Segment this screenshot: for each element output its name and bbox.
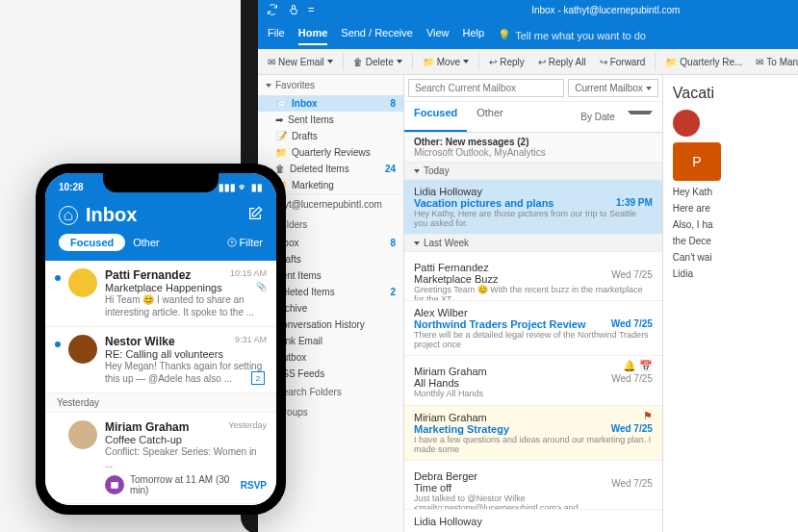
unread-dot-icon [55,275,61,281]
msg-preview: Greetings Team 😊 With the recent buzz in… [414,285,653,301]
search-input[interactable] [408,79,564,97]
phone-filter[interactable]: Filter [227,237,263,248]
mail-preview: Conflict: Speaker Series: Women in ... [105,445,267,470]
delete-button[interactable]: 🗑Delete [349,55,406,69]
reply-button[interactable]: ↩Reply [485,55,528,69]
phone-mail-item[interactable]: Allan DeyoungYesterday [45,504,276,505]
avatar [673,110,700,137]
phone-time: 10:28 [59,182,84,192]
sidebar-sent[interactable]: ➡Sent Items [258,112,403,128]
chevron-down-icon [414,169,420,173]
sidebar-deleted[interactable]: 🗑Deleted Items24 [258,161,403,177]
phone-mail-item[interactable]: Patti Fernandez10:15 AM Marketplace Happ… [45,261,276,327]
message-row[interactable]: Patti Fernandez Marketplace Buzz Greetin… [404,252,662,301]
menu-send-receive[interactable]: Send / Receive [341,25,413,45]
window-title: Inbox - kathyt@lucernepubintl.com [322,5,798,15]
sidebar-quarterly[interactable]: 📁Quarterly Reviews [258,144,403,161]
msg-preview: Hey Kathy, Here are those pictures from … [414,209,653,228]
menu-help[interactable]: Help [463,25,485,45]
rsvp-button[interactable]: RSVP [241,480,267,491]
compose-icon[interactable] [247,206,263,225]
msg-preview: Monthly All Hands [414,389,653,398]
other-new-messages[interactable]: Other: New messages (2) Microsoft Outloo… [404,133,662,163]
menu-file[interactable]: File [268,25,285,45]
favorites-header[interactable]: Favorites [258,75,403,95]
menu-home[interactable]: Home [298,25,328,45]
powerpoint-icon: P [692,154,701,169]
reading-from [673,110,798,137]
folder-icon: 📨 [275,98,287,109]
move-button[interactable]: 📁Move [419,55,473,69]
search-scope-dropdown[interactable]: Current Mailbox [568,79,658,97]
mail-from: Nestor Wilke [105,335,175,348]
phone-mail-item[interactable]: Nestor Wilke9:31 AM RE: Calling all volu… [45,327,276,393]
bulb-icon: 💡 [498,27,511,43]
forward-icon: ↪ [600,57,607,67]
phone-inbox-title: Inbox [86,204,240,226]
other-sub: Microsoft Outlook, MyAnalytics [414,147,546,158]
sidebar-drafts[interactable]: 📝Drafts [258,128,403,144]
msg-time: Wed 7/25 [611,269,653,280]
message-row[interactable]: Alex Wilber Northwind Traders Project Re… [404,301,662,356]
attachment-icon: 📎 [256,282,267,293]
ribbon: ✉New Email 🗑Delete 📁Move ↩Reply ↩Reply A… [258,49,798,75]
touch-icon[interactable] [287,3,300,16]
sync-icon[interactable] [266,3,279,16]
search-row: Current Mailbox [404,75,662,102]
tell-me-search[interactable]: 💡Tell me what you want to do [498,25,646,45]
group-today[interactable]: Today [404,163,662,180]
attachment-thumbnail[interactable]: P [673,142,721,181]
msg-from: Lidia Holloway [414,516,653,527]
reply-all-button[interactable]: ↩Reply All [534,55,590,69]
phone-message-list: Patti Fernandez10:15 AM Marketplace Happ… [45,261,276,505]
msg-time: Wed 7/25 [611,423,653,434]
mail-time: 10:15 AM [230,268,267,282]
chevron-down-icon [266,84,271,88]
battery-icon: ▮▮ [251,182,263,192]
chevron-down-icon [397,60,402,63]
message-row[interactable]: ⚑ Miriam Graham Marketing Strategy I hav… [404,406,662,461]
calendar-time: Tomorrow at 11 AM (30 min) [130,474,235,495]
phone-frame: 10:28 ▮▮▮ ᯤ ▮▮ Inbox Focused Other [36,164,286,515]
sidebar-inbox[interactable]: 📨Inbox8 [258,95,403,112]
phone-mail-item[interactable]: Miriam GrahamYesterday Coffee Catch-up C… [45,413,276,504]
calendar-icon [105,475,124,494]
calendar-icon: 📅 [639,360,653,372]
mail-icon: ✉ [268,57,275,67]
trash-icon: 🗑 [353,57,363,67]
phone-tabs: Focused Other Filter [59,234,263,251]
message-row[interactable]: Lidia Holloway Vacation pictures and pla… [404,180,662,235]
chevron-down-icon [628,111,653,124]
sort-dropdown[interactable]: By Date [561,102,662,132]
svg-point-0 [227,239,235,246]
quick-step-quarterly[interactable]: 📁Quarterly Re... [661,55,746,69]
phone-section-yesterday: Yesterday [45,393,276,413]
msg-preview: There will be a detailed legal review of… [414,330,653,349]
new-email-button[interactable]: ✉New Email [264,55,337,69]
thread-count-badge: 2 [251,371,265,385]
unread-dot-icon [55,342,61,347]
phone-tab-other[interactable]: Other [133,237,160,248]
avatar [68,335,97,364]
message-row[interactable]: 🔔📅 Miriam Graham All Hands Monthly All H… [404,356,662,405]
group-lastweek[interactable]: Last Week [404,235,662,252]
folder-icon: 📁 [665,57,677,67]
mail-subject: Marketplace Happenings [105,282,222,293]
forward-button[interactable]: ↪Forward [596,55,650,69]
body-line: Here are [673,203,798,214]
tab-other[interactable]: Other [467,102,513,132]
desktop-screen: = Inbox - kathyt@lucernepubintl.com File… [258,0,798,532]
phone-tab-focused[interactable]: Focused [59,234,125,251]
message-row[interactable]: Lidia Holloway [404,510,662,532]
chevron-down-icon [327,60,333,63]
home-icon[interactable] [59,206,78,225]
reply-icon: ↩ [489,57,497,67]
menubar: File Home Send / Receive View Help 💡Tell… [258,21,798,49]
quick-step-manager[interactable]: ✉To Manager [752,55,798,69]
chevron-down-icon [463,60,469,63]
svg-rect-1 [111,482,118,489]
message-row[interactable]: Debra Berger Time off Just talked to @Ne… [404,461,662,510]
menu-view[interactable]: View [426,25,450,45]
wifi-icon: ᯤ [239,182,248,192]
tab-focused[interactable]: Focused [404,102,467,132]
